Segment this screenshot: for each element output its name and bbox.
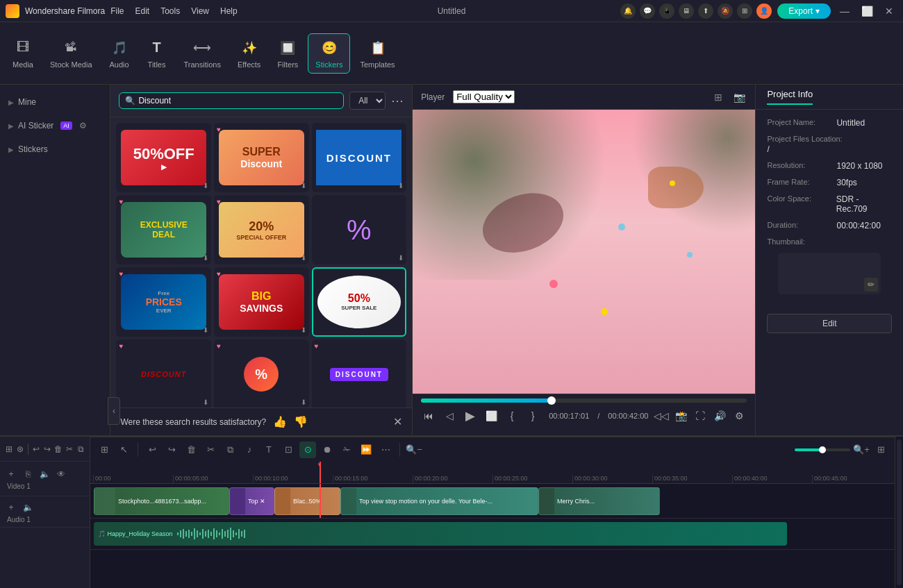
tb-sticker-active-icon[interactable]: ⊙: [299, 442, 316, 458]
clip-1[interactable]: Stockphoto...4881673...sadpp...: [94, 487, 229, 515]
search-input[interactable]: [138, 96, 338, 106]
stickers-section[interactable]: ▶ Stickers: [0, 137, 110, 161]
toolbar-templates[interactable]: 📋 Templates: [353, 34, 401, 73]
mine-section[interactable]: ▶ Mine: [0, 90, 110, 114]
grid-view-btn[interactable]: ⊞: [4, 442, 14, 456]
maximize-button[interactable]: ⬜: [859, 3, 875, 19]
play-button[interactable]: ▶: [463, 408, 478, 423]
messages-icon[interactable]: 💬: [640, 3, 655, 19]
panel-collapse-button[interactable]: ‹: [108, 397, 120, 425]
export-button[interactable]: Export ▾: [777, 3, 831, 19]
thumbnail-edit-button[interactable]: ✏: [864, 278, 878, 292]
toolbar-stickers[interactable]: 😊 Stickers: [308, 33, 350, 74]
grid-icon[interactable]: ⊞: [737, 3, 752, 19]
download-icon-3[interactable]: ⬇: [398, 182, 404, 190]
stop-button[interactable]: ⬜: [483, 408, 499, 423]
sticker-item-4[interactable]: EXCLUSIVE DEAL ♥ ⬇: [116, 195, 211, 264]
timeline-scrollbar[interactable]: [895, 437, 903, 588]
menu-edit[interactable]: Edit: [135, 6, 150, 16]
undo-btn[interactable]: ↩: [31, 442, 41, 456]
notifications-icon[interactable]: 🔔: [620, 3, 636, 19]
clip-3[interactable]: Blac..50%: [274, 487, 340, 515]
fullscreen-button[interactable]: ⛶: [693, 408, 708, 423]
sticker-item-12[interactable]: DISCOUNT ♥: [312, 339, 407, 408]
toolbar-audio[interactable]: 🎵 Audio: [102, 34, 137, 73]
avatar[interactable]: 👤: [756, 3, 772, 19]
search-input-wrap[interactable]: 🔍: [119, 92, 344, 109]
quality-select[interactable]: Full Quality: [453, 90, 515, 103]
menu-help[interactable]: Help: [220, 6, 238, 16]
prev-clip-button[interactable]: ◁◁: [654, 408, 669, 423]
tb-speed-icon[interactable]: ⏩: [358, 442, 374, 458]
split-view-icon[interactable]: ⊞: [711, 90, 726, 105]
tb-cut2-icon[interactable]: ✁: [338, 442, 355, 458]
edit-button[interactable]: Edit: [767, 314, 892, 333]
sticker-item-10[interactable]: DISCOUNT ♥ ⬇: [116, 339, 211, 408]
menu-view[interactable]: View: [191, 6, 209, 16]
volume-button[interactable]: 🔊: [712, 408, 727, 423]
download-icon-8[interactable]: ⬇: [301, 326, 306, 334]
tb-more-icon[interactable]: ⋯: [377, 442, 394, 458]
close-button[interactable]: ✕: [881, 3, 897, 19]
feedback-close-button[interactable]: ✕: [393, 415, 402, 428]
download-icon-5[interactable]: ⬇: [301, 254, 306, 262]
alerts-icon[interactable]: 🔕: [718, 3, 733, 19]
minimize-button[interactable]: —: [836, 3, 853, 19]
more-options-button[interactable]: ⋯: [391, 93, 404, 108]
mute-audio-btn[interactable]: 🔈: [21, 501, 35, 514]
download-icon-4[interactable]: ⬇: [203, 254, 208, 262]
download-icon-7[interactable]: ⬇: [203, 326, 208, 334]
download-icon-2[interactable]: ⬇: [301, 182, 306, 190]
toolbar-effects[interactable]: ✨ Effects: [231, 34, 267, 73]
sticker-item-9[interactable]: 50% SUPER SALE: [312, 267, 407, 337]
ai-settings-icon[interactable]: ⚙: [79, 121, 87, 131]
tb-audio-icon[interactable]: ♪: [241, 442, 258, 458]
mute-video-btn[interactable]: 🔈: [38, 467, 51, 481]
add-video-btn[interactable]: +: [4, 467, 18, 481]
menu-file[interactable]: File: [110, 6, 124, 16]
devices-icon[interactable]: 📱: [659, 3, 674, 19]
out-point-button[interactable]: }: [525, 408, 540, 423]
tb-undo-icon[interactable]: ↩: [144, 442, 160, 458]
detach-audio-btn[interactable]: ⎘: [21, 467, 35, 481]
snapshot-icon[interactable]: 📷: [731, 90, 747, 105]
add-audio-btn[interactable]: +: [4, 501, 18, 514]
progress-thumb[interactable]: [547, 396, 556, 405]
eye-btn[interactable]: 👁: [54, 467, 68, 481]
tb-pointer-icon[interactable]: ↖: [115, 442, 132, 458]
tb-zoom-out-icon[interactable]: 🔍−: [406, 442, 422, 458]
sticker-item-6[interactable]: % ⬇: [312, 195, 407, 264]
sticker-item-7[interactable]: Free PRICES EVER ♥ ⬇: [116, 267, 211, 337]
snapshot-btn[interactable]: 📸: [673, 408, 688, 423]
tb-crop-icon[interactable]: ⊡: [280, 442, 297, 458]
tb-redo-icon[interactable]: ↪: [163, 442, 180, 458]
sticker-item-1[interactable]: 50%OFF ▶ ⬇: [116, 123, 211, 192]
in-point-button[interactable]: {: [504, 408, 520, 423]
delete-btn[interactable]: 🗑: [53, 442, 63, 456]
upload-icon[interactable]: ⬆: [698, 3, 713, 19]
tb-delete-icon[interactable]: 🗑: [183, 442, 199, 458]
go-start-button[interactable]: ⏮: [421, 408, 436, 423]
tb-grid-icon[interactable]: ⊞: [96, 442, 113, 458]
toolbar-filters[interactable]: 🔲 Filters: [270, 34, 305, 73]
sticker-item-11[interactable]: % ♥ ⬇: [214, 339, 309, 408]
clip-2[interactable]: Top ✕: [229, 487, 274, 515]
redo-btn[interactable]: ↪: [42, 442, 52, 456]
thumbs-down-button[interactable]: 👎: [294, 415, 308, 428]
tb-zoom-in-icon[interactable]: 🔍+: [853, 442, 870, 458]
ai-sticker-section[interactable]: ▶ AI Sticker AI ⚙: [0, 114, 110, 137]
devices2-icon[interactable]: 🖥: [679, 3, 694, 19]
thumbs-up-button[interactable]: 👍: [273, 415, 287, 428]
sticker-item-8[interactable]: BIG SAVINGS ♥ ⬇: [214, 267, 309, 337]
tb-record-icon[interactable]: ⏺: [319, 442, 335, 458]
sticker-item-5[interactable]: 20% SPECIAL OFFER ♥ ⬇: [214, 195, 309, 264]
copy-btn[interactable]: ⧉: [76, 442, 85, 456]
download-icon-10[interactable]: ⬇: [203, 398, 208, 406]
toolbar-transitions[interactable]: ⟷ Transitions: [177, 34, 228, 73]
tb-text-icon[interactable]: T: [260, 442, 277, 458]
clip-5[interactable]: Merry Chris...: [538, 487, 660, 515]
settings-ctrl-btn[interactable]: ⚙: [731, 408, 747, 423]
clip-4[interactable]: Top view stop motion on your delle. Your…: [340, 487, 538, 515]
sticker-item-3[interactable]: DISCOUNT ⬇: [312, 123, 407, 192]
toolbar-titles[interactable]: T Titles: [140, 34, 174, 73]
